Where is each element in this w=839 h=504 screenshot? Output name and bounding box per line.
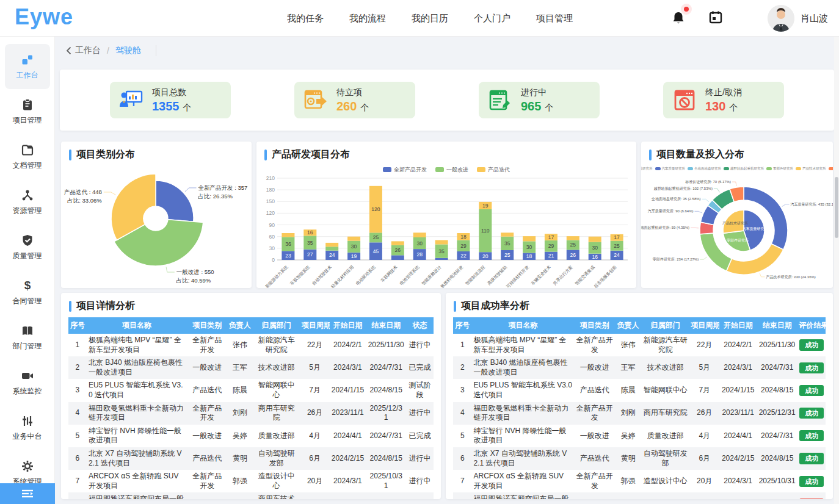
table-cell: 张伟 <box>615 334 641 356</box>
svg-text:210: 210 <box>266 175 275 181</box>
top-nav: 我的任务我的流程我的日历个人门户项目管理 <box>287 0 573 37</box>
table-cell: 2025/11/30 <box>757 334 797 356</box>
breadcrumb-current[interactable]: 驾驶舱 <box>115 45 141 56</box>
table-row: 5绅宝智行 NVH 降噪性能一般改进项目一般改进吴婷质量改进部4月2024/4/… <box>68 425 434 447</box>
stat-unit: 个 <box>360 103 369 112</box>
nav-item[interactable]: 我的流程 <box>349 13 386 24</box>
svg-text:26: 26 <box>395 247 401 253</box>
table-cell: 造型设计中心 <box>641 470 689 492</box>
breadcrumb-back[interactable]: 工作台 <box>66 45 101 56</box>
share-icon <box>20 188 35 203</box>
legend-item[interactable]: 全地面起重机研究所 <box>641 167 653 171</box>
column-header: 负责人 <box>227 317 253 334</box>
app-logo[interactable]: Eywe <box>15 4 73 30</box>
legend-swatch <box>796 167 801 170</box>
table-cell: 4 <box>453 402 472 425</box>
table-cell: 全新产品开发 <box>187 402 227 425</box>
legend-item[interactable]: 标准认证研究所 <box>829 167 834 171</box>
table-cell: 2024/3/1 <box>719 470 757 492</box>
detail-table-title: 项目详情分析 <box>61 293 441 316</box>
sidebar-item-文档管理[interactable]: 文档管理 <box>5 134 50 179</box>
table-cell: 6月 <box>689 447 719 470</box>
column-header: 负责人 <box>615 317 641 334</box>
svg-text:0: 0 <box>272 257 275 263</box>
nav-item[interactable]: 我的任务 <box>287 13 324 24</box>
table-cell: 吴婷 <box>615 425 641 447</box>
table-cell: 产品迭代 <box>187 447 227 470</box>
table-cell: 5 <box>453 425 472 447</box>
svg-text:120: 120 <box>266 210 275 216</box>
table-cell: 2024/7/31 <box>757 425 797 447</box>
nav-item[interactable]: 个人门户 <box>474 13 510 24</box>
legend-item[interactable]: 一般改进 <box>435 166 468 174</box>
sidebar-item-业务中台[interactable]: 业务中台 <box>5 405 50 450</box>
cancel-icon <box>672 87 697 113</box>
svg-text:35: 35 <box>307 240 313 246</box>
bar-chart-title: 产品研发项目分布 <box>256 142 636 165</box>
table-cell: 进行中 <box>406 334 434 356</box>
sidebar-item-部门管理[interactable]: 部门管理 <box>5 315 50 360</box>
svg-text:30: 30 <box>416 240 423 247</box>
legend-item[interactable]: 产品技术研究所 <box>796 167 826 171</box>
column-header: 项目周期 <box>689 317 719 334</box>
table-cell: 2024/7/31 <box>757 492 797 499</box>
pending-icon <box>303 87 329 113</box>
table-cell: 吴婷 <box>227 425 253 447</box>
svg-text:越野轮胎起重机研究所: 102 (7.53%): 越野轮胎起重机研究所: 102 (7.53%) <box>654 186 713 191</box>
shield-icon <box>20 233 35 248</box>
calendar-icon[interactable] <box>708 10 723 27</box>
sidebar-item-合同管理[interactable]: $ 合同管理 <box>5 270 50 315</box>
table-cell: 6 <box>68 447 87 470</box>
table-cell: 2024/7/31 <box>366 492 406 499</box>
legend-item[interactable]: 全新产品开发 <box>383 166 427 174</box>
legend-swatch <box>766 167 772 170</box>
table-cell: 产品迭代 <box>574 379 615 401</box>
nav-item[interactable]: 我的日历 <box>412 13 448 24</box>
table-cell: 绅宝智行 NVH 降噪性能一般改进项目 <box>472 425 575 447</box>
table-row: 7ARCFOX αS 全新轿跑 SUV 开发项目全新产品开发郭强造型设计中心20… <box>68 470 434 492</box>
table-cell: 一般改进 <box>187 425 227 447</box>
legend-item[interactable]: 全地面地盘研究所 <box>688 167 721 171</box>
svg-text:25: 25 <box>504 252 510 258</box>
notification-bell-icon[interactable] <box>670 10 686 26</box>
detail-table-card: 项目详情分析 序号项目名称项目类别负责人归属部门项目周期开始日期结束日期状态1极… <box>61 293 441 499</box>
sidebar-item-label: 部门管理 <box>13 341 42 351</box>
table-cell: 极狐高端纯电 MPV “星耀” 全新车型开发项目 <box>472 334 575 356</box>
table-cell: 进行中 <box>406 402 434 425</box>
bar-chart-card: 产品研发项目分布 全新产品开发一般改进产品迭代 0306090120150180… <box>256 142 636 288</box>
legend-swatch <box>477 167 485 172</box>
legend-item[interactable]: 汽车质量研究所 <box>655 167 686 171</box>
column-header: 评价结果 <box>797 317 826 334</box>
sidebar-item-工作台[interactable]: 工作台 <box>5 44 50 89</box>
camera-icon <box>20 369 35 383</box>
table-cell: 2023/11/1 <box>330 402 366 425</box>
sidebar-item-项目管理[interactable]: 项目管理 <box>5 89 50 134</box>
nav-item[interactable]: 项目管理 <box>536 13 573 24</box>
column-header: 序号 <box>68 317 87 334</box>
sidebar-item-系统监控[interactable]: 系统监控 <box>5 360 50 405</box>
table-cell: 6 <box>453 447 472 470</box>
legend-item[interactable]: 零部件研究所 <box>766 167 793 171</box>
scrollbar-thumb[interactable] <box>835 177 838 238</box>
legend-item[interactable]: 产品迭代 <box>477 166 510 174</box>
svg-text:36: 36 <box>285 241 291 247</box>
table-cell: 2024/5/1 <box>330 492 366 499</box>
user-menu[interactable]: 肖山波 <box>768 0 828 37</box>
table-cell: 郭强 <box>615 470 641 492</box>
sidebar-item-资源管理[interactable]: 资源管理 <box>5 179 50 225</box>
svg-text:150: 150 <box>266 198 275 204</box>
table-cell: 陈晨 <box>615 379 641 401</box>
table-cell: 6月 <box>300 447 330 470</box>
sidebar-collapse-button[interactable] <box>0 483 55 504</box>
table-cell: 造型设计中心 <box>253 470 300 492</box>
sidebar-item-label: 工作台 <box>16 70 38 81</box>
sidebar-item-质量管理[interactable]: 质量管理 <box>5 225 50 270</box>
svg-text:25: 25 <box>373 234 379 240</box>
svg-text:35: 35 <box>438 248 445 254</box>
folder-icon <box>20 143 35 157</box>
table-cell: 3月 <box>689 492 719 499</box>
table-cell: 质量改进部 <box>253 425 300 447</box>
success-table-title: 项目成功率分析 <box>446 293 833 316</box>
legend-item[interactable]: 越野轮胎起重机研究所 <box>724 167 764 171</box>
legend-swatch <box>435 167 444 172</box>
